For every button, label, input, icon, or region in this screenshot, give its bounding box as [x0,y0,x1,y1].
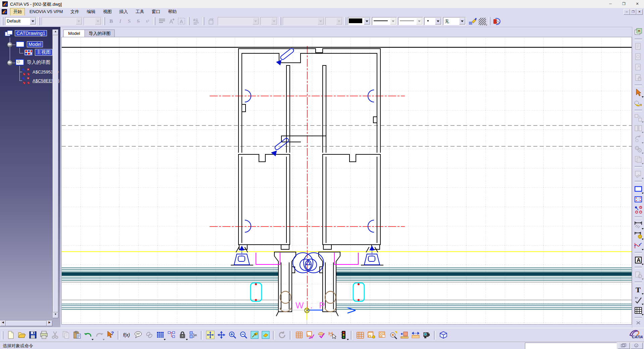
toolbar-overflow-icon[interactable] [634,321,643,326]
toolbar-grip[interactable] [489,17,490,25]
link-manager-icon[interactable] [492,17,501,26]
tree-model-row[interactable]: Model [15,41,43,48]
snap-to-point-icon[interactable] [305,330,315,340]
tree-model-label[interactable]: Model [27,41,43,47]
pattern-combo[interactable]: 无 [443,17,466,25]
formula-check-icon[interactable]: x= [634,296,643,305]
chevron-down-icon[interactable] [30,18,36,24]
graphic-style-combo[interactable]: Default [5,17,37,25]
menu-enovia[interactable]: ENOVIA V5 VPM [26,8,66,16]
swap-visible-space-icon[interactable] [634,99,643,108]
tree-vertical-scrollbar[interactable]: ▲ ▼ [52,30,58,318]
point-style-combo[interactable] [424,17,442,25]
tree-root-row[interactable]: CATDrawing1 [5,30,47,36]
visualization-filter-icon[interactable] [338,330,348,340]
new-view-icon[interactable] [634,185,643,194]
new-file-icon[interactable] [6,330,15,340]
tab-imported-details[interactable]: 导入的详图 [85,30,115,37]
toolbar-grip[interactable] [2,17,3,25]
menu-start[interactable]: 开始 [10,8,25,16]
render-material-icon[interactable] [422,330,431,340]
mdi-minimize-button[interactable]: ─ [624,9,630,15]
mdi-restore-button[interactable]: ❐ [630,9,636,15]
toolbar-grip[interactable] [188,17,190,25]
chevron-down-icon[interactable] [435,18,441,24]
comment-icon[interactable] [133,330,143,340]
close-button[interactable]: ✕ [631,0,644,8]
scroll-left-icon[interactable]: ◀ [0,320,6,326]
tree-imported-label[interactable]: 导入的详图 [26,59,51,65]
menu-window[interactable]: 窗口 [149,8,163,15]
create-view-icon[interactable] [261,330,270,340]
update-positioning-icon[interactable] [399,330,409,340]
save-icon[interactable] [28,330,38,340]
menu-edit[interactable]: 编辑 [84,8,99,15]
fit-all-in-icon[interactable] [205,330,215,340]
undo-icon[interactable] [83,330,93,340]
toolbar-grip[interactable] [344,17,346,25]
product-structure-icon[interactable] [166,330,176,340]
select-arrow-icon[interactable] [634,88,643,97]
maximize-button[interactable]: ❐ [617,0,631,8]
lock-icon[interactable] [177,330,187,340]
zoom-out-icon[interactable] [238,330,248,340]
scroll-thumb[interactable] [53,35,58,312]
table-icon[interactable] [634,306,643,315]
toolbar-grip[interactable] [103,17,105,25]
dimensions-icon[interactable] [634,220,643,229]
formula-fx-icon[interactable]: f(x) [122,330,132,340]
tree-imported-row[interactable]: 导入的详图 [15,59,51,65]
scroll-down-icon[interactable]: ▼ [53,312,58,318]
line-type-combo[interactable] [372,17,397,25]
knowledge-button[interactable]: a [631,343,643,349]
toolbar-grip[interactable] [203,17,204,25]
create-detected-constraints-icon[interactable] [316,330,326,340]
menu-help[interactable]: 帮助 [165,8,180,15]
tree-mainview-label[interactable]: 主视图 [35,49,52,56]
scroll-right-icon[interactable]: ▶ [47,320,52,326]
tree-mainview-row[interactable]: 主视图 [24,49,52,56]
command-input[interactable] [525,343,617,349]
color-combo[interactable] [348,17,371,25]
dimension-grid-icon[interactable] [377,330,387,340]
minimize-button[interactable]: ─ [604,0,617,8]
scroll-up-icon[interactable]: ▲ [53,30,58,35]
menu-file[interactable]: 文件 [67,8,82,15]
measure-between-icon[interactable] [411,330,420,340]
doc-window-button[interactable] [618,343,630,349]
drawing-canvas[interactable]: W . P [61,37,632,325]
text-with-leader-icon[interactable]: A [634,256,643,265]
menu-view[interactable]: 视图 [100,8,115,15]
dimension-system-icon[interactable] [327,330,337,340]
collapse-handle-icon[interactable] [7,60,12,65]
chevron-down-icon[interactable] [459,18,465,24]
spreadsheet-icon[interactable] [155,330,165,340]
menu-insert[interactable]: 插入 [116,8,131,15]
catalog-browser-icon[interactable] [438,330,448,340]
toolbar-grip[interactable] [2,331,3,339]
zoom-in-icon[interactable] [227,330,237,340]
2d-component-icon[interactable] [634,205,643,214]
normal-view-icon[interactable] [250,330,259,340]
toolbar-grip[interactable] [154,17,155,25]
print-icon[interactable] [39,330,49,340]
tab-model[interactable]: Model [63,30,85,37]
scroll-thumb[interactable] [6,321,47,326]
toolbar-grip[interactable] [38,17,40,25]
tree-root-label[interactable]: CATDrawing1 [15,30,47,36]
work-on-support-icon[interactable] [355,330,365,340]
pan-icon[interactable] [216,330,226,340]
update-sheets-icon[interactable] [634,28,643,37]
menu-tools[interactable]: 工具 [132,8,147,15]
technological-dimensions-icon[interactable] [634,231,643,240]
force-dimension-icon[interactable] [366,330,376,340]
toolbar-grip[interactable] [279,17,281,25]
tree-horizontal-scrollbar[interactable]: ◀ ▶ [0,320,52,326]
chevron-down-icon[interactable] [364,18,370,24]
hatch-pattern-icon[interactable] [478,17,487,26]
dimension-analysis-icon[interactable] [388,330,398,340]
mdi-close-button[interactable]: ✕ [636,9,643,15]
chained-dimensions-icon[interactable] [634,241,643,250]
grid-icon[interactable] [294,330,304,340]
line-weight-combo[interactable] [398,17,423,25]
